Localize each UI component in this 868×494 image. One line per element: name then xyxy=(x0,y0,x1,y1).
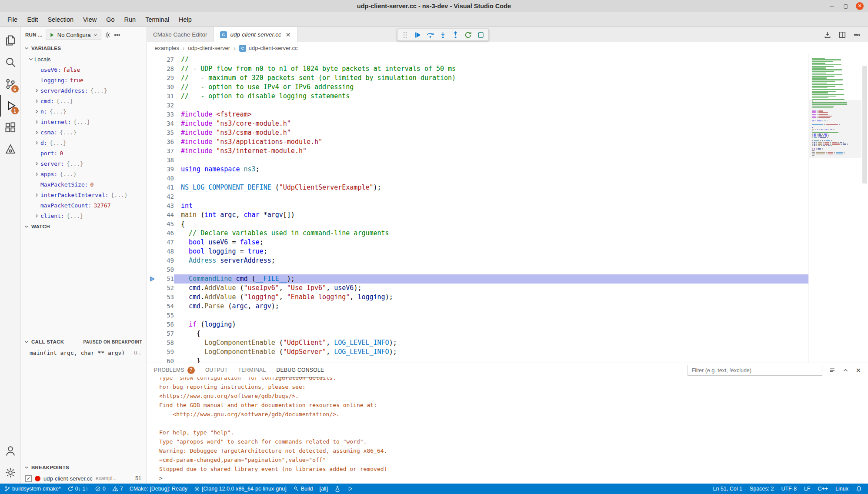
menu-item-file[interactable]: File xyxy=(3,12,22,27)
code-line[interactable]: 27// xyxy=(147,55,808,64)
chevron-right-icon[interactable] xyxy=(33,109,40,114)
tab-cmake-cache-editor[interactable]: CMake Cache Editor xyxy=(147,27,214,42)
remote-os[interactable]: Linux xyxy=(835,486,848,492)
language-mode[interactable]: C++ xyxy=(818,486,828,492)
code-line[interactable]: 28// - UDP flow from n0 to n1 of 1024 by… xyxy=(147,64,808,73)
restart-icon[interactable] xyxy=(462,30,474,40)
chevron-right-icon[interactable] xyxy=(33,119,40,125)
code-line[interactable]: 45{ xyxy=(147,220,808,229)
editor-scrollbar[interactable] xyxy=(861,54,868,363)
variable-row[interactable]: serverAddress:{...} xyxy=(21,85,147,96)
variable-row[interactable]: maxPacketCount:32767 xyxy=(21,200,147,210)
cursor-position[interactable]: Ln 51, Col 1 xyxy=(713,486,742,492)
more-actions-icon[interactable] xyxy=(853,31,861,39)
minimize-icon[interactable]: ─ xyxy=(828,2,836,10)
variables-section-header[interactable]: VARIABLES xyxy=(21,43,147,54)
variable-row[interactable]: useV6:false xyxy=(21,64,147,75)
cmake-build-button[interactable]: Build xyxy=(293,486,313,492)
code-line[interactable]: 60 } xyxy=(147,357,808,363)
step-over-icon[interactable] xyxy=(424,30,436,40)
breakpoints-section-header[interactable]: BREAKPOINTS xyxy=(21,462,147,473)
code-line[interactable]: 59 LogComponentEnable ("UdpServer", LOG_… xyxy=(147,347,808,357)
watch-section-header[interactable]: WATCH xyxy=(21,221,147,232)
more-actions-icon[interactable] xyxy=(114,32,120,38)
chevron-right-icon[interactable] xyxy=(33,192,40,198)
chevron-right-icon[interactable] xyxy=(33,171,40,177)
chevron-right-icon[interactable] xyxy=(33,161,40,167)
extensions-icon[interactable] xyxy=(0,117,21,138)
debug-config-dropdown[interactable]: No Configura xyxy=(46,30,102,40)
git-branch-status[interactable]: buildsystem-cmake* xyxy=(4,486,61,492)
code-line[interactable]: 46 // Declare variables used in command-… xyxy=(147,229,808,238)
variable-row[interactable]: d:{...} xyxy=(21,137,147,148)
variable-row[interactable]: server:{...} xyxy=(21,158,147,169)
call-stack-section-header[interactable]: CALL STACK PAUSED ON BREAKPOINT xyxy=(21,336,147,347)
code-line[interactable]: 43int xyxy=(147,201,808,210)
ctest-button[interactable] xyxy=(334,486,341,492)
breakpoint-checkbox[interactable]: ✓ xyxy=(25,475,32,482)
menu-item-help[interactable]: Help xyxy=(174,12,197,27)
variable-row[interactable]: csma:{...} xyxy=(21,127,147,137)
breadcrumb-item[interactable]: udp-client-server xyxy=(188,45,230,51)
run-debug-icon[interactable]: 1 xyxy=(0,95,21,117)
cmake-icon[interactable] xyxy=(0,138,21,160)
breadcrumb-item[interactable]: examples xyxy=(155,45,179,51)
variable-row[interactable]: port:0 xyxy=(21,148,147,158)
continue-icon[interactable] xyxy=(412,30,424,40)
variable-row[interactable]: apps:{...} xyxy=(21,169,147,179)
code-line[interactable]: 53 cmd.AddValue ("logging", "Enable logg… xyxy=(147,293,808,302)
tab-terminal[interactable]: TERMINAL xyxy=(238,363,266,377)
tab-close-icon[interactable]: ✕ xyxy=(286,31,291,38)
code-line[interactable]: 56 if (logging) xyxy=(147,320,808,329)
code-editor[interactable]: 27//28// - UDP flow from n0 to n1 of 102… xyxy=(147,54,808,363)
notifications-bell[interactable] xyxy=(856,486,862,492)
debug-gear-icon[interactable] xyxy=(104,32,111,38)
scrollbar-thumb[interactable] xyxy=(862,66,867,184)
variable-row[interactable]: cmd:{...} xyxy=(21,96,147,106)
source-control-icon[interactable]: 6 xyxy=(0,73,21,95)
variable-row[interactable]: client:{...} xyxy=(21,210,147,221)
variable-row[interactable]: interPacketInterval:{...} xyxy=(21,190,147,200)
chevron-right-icon[interactable] xyxy=(33,140,40,146)
chevron-right-icon[interactable] xyxy=(33,130,40,135)
accounts-icon[interactable] xyxy=(0,440,21,462)
variable-row[interactable]: n:{...} xyxy=(21,106,147,117)
filter-lines-icon[interactable] xyxy=(828,367,836,374)
tab-udp-client-server[interactable]: C udp-client-server.cc ✕ xyxy=(214,27,297,42)
tab-debug-console[interactable]: DEBUG CONSOLE xyxy=(277,363,324,377)
warning-count[interactable]: 7 xyxy=(112,486,123,492)
close-icon[interactable]: ✕ xyxy=(856,2,864,10)
minimap-slider[interactable] xyxy=(809,100,861,158)
menu-item-terminal[interactable]: Terminal xyxy=(140,12,174,27)
split-editor-icon[interactable] xyxy=(838,31,846,39)
code-line[interactable]: 38 xyxy=(147,156,808,165)
settings-gear-icon[interactable] xyxy=(0,462,21,484)
launch-button[interactable] xyxy=(347,486,353,492)
code-line[interactable]: 44main (int argc, char *argv[]) xyxy=(147,210,808,220)
breakpoint-row[interactable]: ✓ udp-client-server.cc exampl... 51 xyxy=(21,473,147,484)
indentation[interactable]: Spaces: 2 xyxy=(750,486,774,492)
minimap[interactable] xyxy=(808,54,861,363)
cmake-target[interactable]: [all] xyxy=(319,486,327,492)
menu-item-edit[interactable]: Edit xyxy=(22,12,43,27)
code-line[interactable]: 41NS_LOG_COMPONENT_DEFINE ("UdpClientSer… xyxy=(147,183,808,192)
chevron-up-icon[interactable] xyxy=(842,367,849,374)
call-stack-frame[interactable]: main(int argc, char ** argv) u... xyxy=(21,347,147,358)
chevron-right-icon[interactable] xyxy=(33,213,40,219)
variable-row[interactable]: MaxPacketSize:0 xyxy=(21,179,147,190)
code-line[interactable]: 50 xyxy=(147,265,808,274)
code-line[interactable]: 35#include "ns3/csma-module.h" xyxy=(147,128,808,137)
step-into-icon[interactable] xyxy=(437,30,449,40)
code-line[interactable]: 29// - maximum of 320 packets sent (or l… xyxy=(147,73,808,83)
code-line[interactable]: 31// - option to disable logging stateme… xyxy=(147,92,808,101)
variable-row[interactable]: internet:{...} xyxy=(21,117,147,127)
search-icon[interactable] xyxy=(0,51,21,73)
menu-item-run[interactable]: Run xyxy=(120,12,141,27)
code-line[interactable]: 33#include <fstream> xyxy=(147,110,808,119)
code-line[interactable]: 58 LogComponentEnable ("UdpClient", LOG_… xyxy=(147,338,808,347)
code-line[interactable]: 49 Address serverAddress; xyxy=(147,256,808,265)
download-icon[interactable] xyxy=(824,31,831,39)
code-line[interactable]: 55 xyxy=(147,311,808,320)
code-line[interactable]: 30// - option to use IPv4 or IPv6 addres… xyxy=(147,83,808,92)
explorer-icon[interactable] xyxy=(0,30,21,51)
